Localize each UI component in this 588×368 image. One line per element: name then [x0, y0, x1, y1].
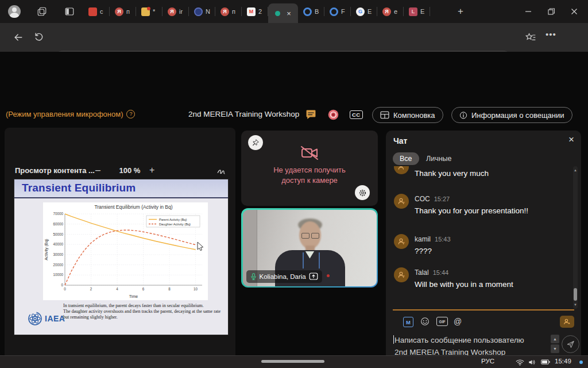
battery-icon[interactable]: [541, 359, 550, 365]
avatar: [394, 166, 409, 174]
browser-tab[interactable]: M2: [242, 0, 268, 23]
slide-caption-line: The daughter activity overshoots and the…: [63, 309, 224, 315]
content-viewer-toolbar: Просмотр контента ... – 100 % +: [10, 164, 231, 179]
svg-text:4: 4: [116, 287, 118, 291]
scrollbar-thumb[interactable]: [574, 288, 577, 301]
vertical-tabs-icon[interactable]: [64, 6, 75, 17]
window-close-button[interactable]: [563, 0, 585, 23]
content-viewer-panel: Просмотр контента ... – 100 % + Transien…: [5, 128, 235, 368]
tab-favicon-navy: [194, 7, 203, 16]
slide-title-band: Transient Equilibrium: [14, 179, 228, 198]
volume-icon[interactable]: [528, 359, 537, 366]
text-caret: [393, 335, 394, 344]
browser-tab[interactable]: F: [324, 0, 351, 23]
tab-title: п: [232, 8, 235, 15]
chat-message-text: ????: [415, 247, 432, 255]
avatar: ?: [394, 234, 409, 249]
mic-mode-label: (Режим управления микрофоном): [6, 110, 123, 118]
chat-tab-all[interactable]: Все: [393, 152, 419, 165]
slide-title: Transient Equilibrium: [22, 182, 136, 194]
chat-scrollbar[interactable]: ▲ ▼: [573, 166, 578, 309]
tab-close-icon[interactable]: ×: [287, 9, 291, 18]
window-restore-button[interactable]: [540, 0, 562, 23]
svg-text:6: 6: [142, 287, 145, 291]
annotate-icon[interactable]: [216, 165, 227, 177]
browser-tab[interactable]: N: [189, 0, 215, 23]
info-icon: [459, 111, 467, 120]
horizontal-scrollbar-thumb[interactable]: [261, 360, 324, 363]
tab-title: c: [100, 8, 103, 15]
browser-tab[interactable]: c: [83, 0, 110, 23]
new-tab-button[interactable]: +: [454, 5, 467, 18]
wifi-icon[interactable]: [516, 359, 524, 366]
avatar: ?: [394, 194, 409, 209]
composer-scroll-buttons: ▲ ▼: [551, 335, 559, 354]
zoom-in-icon[interactable]: +: [149, 165, 154, 175]
pin-button[interactable]: [248, 135, 263, 150]
captions-icon[interactable]: CC: [350, 110, 363, 119]
recording-indicator-icon[interactable]: [327, 109, 339, 121]
iaea-logo-text: IAEA: [45, 314, 65, 323]
chat-input[interactable]: Написать сообщение пользователю 2nd MERE…: [394, 334, 538, 358]
browser-tab[interactable]: GE: [351, 0, 377, 23]
mic-mode-banner: (Режим управления микрофоном) ?: [6, 110, 135, 118]
meeting-info-button[interactable]: Информация о совещании: [451, 107, 572, 123]
send-message-button[interactable]: [562, 335, 579, 353]
browser-tab-active[interactable]: ×: [268, 3, 298, 23]
slide-caption-line: but remaining slightly higher.: [63, 315, 224, 320]
camera-error-text: Не удается получить доступ к камере: [241, 165, 378, 186]
camera-settings-button[interactable]: [355, 185, 370, 200]
browser-tab[interactable]: Яп: [110, 0, 136, 23]
camera-error-line2: доступ к камере: [241, 175, 378, 186]
browser-tab[interactable]: LE: [404, 0, 430, 23]
slide-caption: In transient equilibrium, the parent dec…: [63, 303, 224, 320]
scroll-down-icon[interactable]: ▼: [573, 303, 578, 306]
scroll-up-icon[interactable]: ▲: [573, 168, 578, 172]
tab-favicon-yandex: Я: [115, 7, 123, 16]
browser-tab[interactable]: *: [136, 0, 163, 23]
browser-tab[interactable]: Яir: [163, 0, 189, 23]
layout-button[interactable]: Компоновка: [372, 107, 443, 123]
chat-message-text: Thank you for your presentation!!: [415, 206, 528, 215]
chat-notification-icon[interactable]: [305, 109, 317, 120]
browser-menu-icon[interactable]: •••: [546, 29, 557, 41]
chat-message-text: Will be with you in a moment: [415, 280, 513, 289]
keyboard-language[interactable]: РУС: [481, 358, 494, 365]
tab-title: *: [153, 8, 155, 15]
zoom-out-icon[interactable]: –: [95, 165, 100, 175]
favorites-bar-icon[interactable]: [525, 32, 536, 44]
chat-message-list[interactable]: Thank you very much ? COC15:27 Thank you…: [386, 166, 568, 309]
scroll-up-icon[interactable]: ▲: [551, 335, 559, 343]
chat-close-icon[interactable]: ×: [568, 134, 574, 145]
camera-error-line1: Не удается получить: [241, 165, 378, 175]
back-icon[interactable]: [13, 32, 24, 43]
iaea-atom-icon: [27, 310, 43, 327]
mention-button[interactable]: @: [454, 317, 462, 326]
svg-text:0: 0: [61, 283, 63, 287]
clock[interactable]: 15:49: [555, 358, 571, 365]
help-icon[interactable]: ?: [126, 110, 135, 118]
svg-text:Parent Activity (Bq): Parent Activity (Bq): [159, 218, 187, 221]
zoom-level[interactable]: 100 %: [114, 166, 146, 175]
participant-name-tag: Koliabina, Daria: [246, 270, 322, 283]
browser-profile-avatar[interactable]: [8, 5, 21, 18]
slide-caption-line: In transient equilibrium, the parent dec…: [63, 303, 224, 309]
workspaces-icon[interactable]: [37, 6, 47, 17]
participant-video-tile[interactable]: Koliabina, Daria: [241, 208, 378, 288]
scroll-down-icon[interactable]: ▼: [551, 344, 559, 353]
browser-tab[interactable]: Яп: [215, 0, 242, 23]
browser-tab-strip-tabs: cЯп*ЯirNЯпM2×BFGEЯeLE: [83, 0, 430, 23]
gif-button[interactable]: GIF: [436, 317, 448, 326]
tab-favicon-mail: [141, 7, 150, 16]
window-minimize-button[interactable]: [517, 0, 539, 23]
tab-favicon-yandex: Я: [168, 7, 176, 16]
browser-tab[interactable]: B: [298, 0, 324, 23]
shared-slide: Transient Equilibrium 010000200003000040…: [14, 179, 228, 335]
svg-text:Daughter Activity (Bq): Daughter Activity (Bq): [159, 223, 191, 226]
chat-tab-private[interactable]: Личные: [426, 155, 452, 163]
send-to-button[interactable]: [560, 316, 574, 328]
markdown-button[interactable]: M: [403, 317, 413, 327]
emoji-icon[interactable]: [420, 317, 430, 326]
refresh-icon[interactable]: [33, 32, 45, 43]
browser-tab[interactable]: Яe: [377, 0, 404, 23]
